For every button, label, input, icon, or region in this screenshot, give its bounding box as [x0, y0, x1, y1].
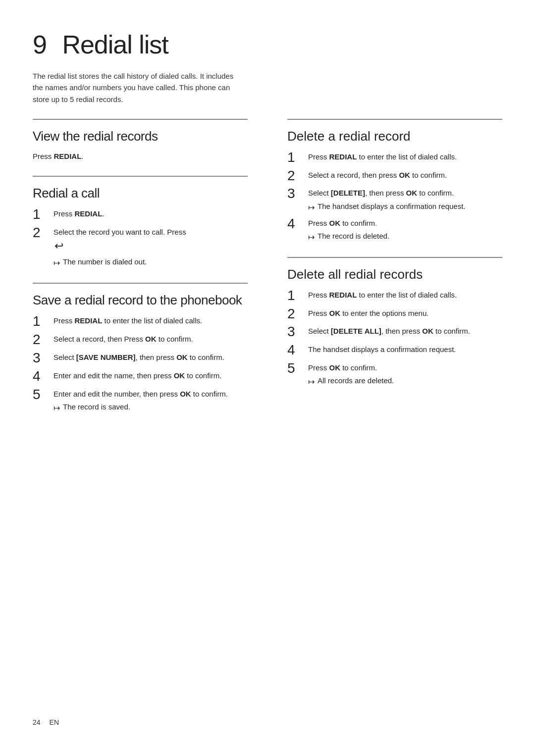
divider-redial-call: [33, 176, 248, 177]
divider-delete-redial: [287, 119, 502, 120]
step-delete-content-2: Select a record, then press OK to confir…: [308, 169, 502, 181]
key-ok-delete-3: OK: [406, 189, 418, 197]
page: 9 Redial list The redial list stores the…: [0, 0, 535, 756]
step-delete-result-4: ↦ The record is deleted.: [308, 231, 502, 243]
step-delete-2: 2 Select a record, then press OK to conf…: [287, 169, 502, 184]
step-content-1: Press REDIAL.: [54, 208, 248, 219]
key-ok-delete-4: OK: [329, 219, 341, 227]
step-save-content-5: Enter and edit the number, then press OK…: [54, 388, 248, 414]
step-save-4: 4 Enter and edit the name, then press OK…: [33, 370, 248, 384]
result-text-delete-all-5: All records are deleted.: [318, 375, 394, 387]
language-label: EN: [50, 718, 59, 726]
divider-save-redial: [33, 283, 248, 284]
step-delete-all-content-3: Select [DELETE ALL], then press OK to co…: [308, 325, 502, 337]
step-delete-all-4: 4 The handset displays a confirmation re…: [287, 344, 502, 358]
step-delete-4: 4 Press OK to confirm. ↦ The record is d…: [287, 217, 502, 243]
key-delete: [DELETE]: [331, 189, 365, 197]
step-save-content-2: Select a record, then Press OK to confir…: [54, 333, 248, 345]
key-ok-delete-all-3: OK: [422, 327, 433, 335]
step-save-content-1: Press REDIAL to enter the list of dialed…: [54, 315, 248, 326]
footer: 24 EN: [33, 704, 502, 726]
page-number: 24: [33, 718, 41, 726]
step-delete-result-3: ↦ The handset displays a confirmation re…: [308, 201, 502, 213]
result-arrow-icon: ↦: [54, 257, 60, 269]
result-arrow-delete-4-icon: ↦: [308, 231, 315, 243]
key-redial-1: REDIAL: [75, 209, 103, 218]
section-title-delete-redial: Delete a redial record: [287, 129, 502, 144]
step-save-num-5: 5: [33, 387, 51, 403]
step-delete-all-num-3: 3: [287, 324, 305, 340]
step-save-num-2: 2: [33, 332, 51, 348]
step-save-2: 2 Select a record, then Press OK to conf…: [33, 333, 248, 348]
section-title-redial-call: Redial a call: [33, 186, 248, 201]
step-delete-all-result-5: ↦ All records are deleted.: [308, 375, 502, 388]
step-delete-all-content-5: Press OK to confirm. ↦ All records are d…: [308, 362, 502, 388]
right-column: Delete a redial record 1 Press REDIAL to…: [268, 119, 502, 704]
key-ok-save-3: OK: [176, 353, 188, 361]
step-delete-all-content-2: Press OK to enter the options menu.: [308, 307, 502, 319]
step-delete-3: 3 Select [DELETE], then press OK to conf…: [287, 187, 502, 213]
step-delete-all-num-5: 5: [287, 361, 305, 376]
step-delete-num-4: 4: [287, 216, 305, 232]
key-redial-save-1: REDIAL: [75, 316, 103, 325]
view-redial-desc: Press REDIAL.: [33, 151, 248, 162]
key-save-number: [SAVE NUMBER]: [76, 353, 136, 361]
key-ok-delete-all-5: OK: [329, 363, 341, 372]
result-arrow-delete-3-icon: ↦: [308, 202, 315, 213]
step-save-content-3: Select [SAVE NUMBER], then press OK to c…: [54, 352, 248, 363]
step-delete-all-content-1: Press REDIAL to enter the list of dialed…: [308, 289, 502, 301]
divider-delete-all-redial: [287, 257, 502, 258]
step-save-num-3: 3: [33, 351, 51, 366]
step-delete-content-1: Press REDIAL to enter the list of dialed…: [308, 151, 502, 162]
step-delete-num-2: 2: [287, 168, 305, 184]
key-redial-delete-1: REDIAL: [329, 152, 357, 161]
step-delete-content-4: Press OK to confirm. ↦ The record is del…: [308, 217, 502, 243]
step-content-2: Select the record you want to call. Pres…: [54, 226, 248, 269]
step-result-2: ↦ The number is dialed out.: [54, 256, 248, 269]
result-text-save-5: The record is saved.: [63, 402, 130, 413]
section-delete-redial: Delete a redial record 1 Press REDIAL to…: [287, 119, 502, 243]
step-num-1: 1: [33, 207, 51, 222]
key-ok-delete-all-2: OK: [329, 309, 341, 317]
key-redial-view: REDIAL: [54, 152, 82, 160]
step-delete-content-3: Select [DELETE], then press OK to confir…: [308, 187, 502, 213]
step-delete-num-3: 3: [287, 186, 305, 202]
step-save-num-1: 1: [33, 314, 51, 329]
step-delete-num-1: 1: [287, 150, 305, 165]
left-column: View the redial records Press REDIAL. Re…: [33, 119, 268, 704]
section-redial-call: Redial a call 1 Press REDIAL. 2 Select t…: [33, 176, 248, 269]
step-delete-all-num-1: 1: [287, 288, 305, 303]
step-save-num-4: 4: [33, 369, 51, 384]
result-arrow-delete-all-5-icon: ↦: [308, 376, 315, 388]
step-num-2: 2: [33, 225, 51, 241]
section-delete-all-redial: Delete all redial records 1 Press REDIAL…: [287, 257, 502, 388]
save-redial-steps: 1 Press REDIAL to enter the list of dial…: [33, 315, 248, 413]
step-save-content-4: Enter and edit the name, then press OK t…: [54, 370, 248, 381]
section-title-view-redial: View the redial records: [33, 129, 248, 144]
key-redial-delete-all-1: REDIAL: [329, 291, 357, 299]
chapter-title-text: Redial list: [62, 30, 168, 59]
result-arrow-save-icon: ↦: [54, 402, 60, 414]
step-redial-call-1: 1 Press REDIAL.: [33, 208, 248, 222]
step-delete-all-content-4: The handset displays a confirmation requ…: [308, 344, 502, 355]
step-delete-all-1: 1 Press REDIAL to enter the list of dial…: [287, 289, 502, 303]
section-view-redial: View the redial records Press REDIAL.: [33, 119, 248, 162]
chapter-intro: The redial list stores the call history …: [33, 70, 241, 105]
section-title-save-redial: Save a redial record to the phonebook: [33, 293, 248, 308]
key-ok-save-4: OK: [174, 371, 185, 380]
content-columns: View the redial records Press REDIAL. Re…: [33, 119, 502, 704]
step-save-result-5: ↦ The record is saved.: [54, 402, 248, 414]
result-text-2: The number is dialed out.: [63, 256, 147, 268]
key-delete-all: [DELETE ALL]: [331, 327, 381, 335]
step-save-3: 3 Select [SAVE NUMBER], then press OK to…: [33, 352, 248, 366]
step-redial-call-2: 2 Select the record you want to call. Pr…: [33, 226, 248, 269]
key-ok-save-2: OK: [145, 335, 157, 343]
step-delete-all-3: 3 Select [DELETE ALL], then press OK to …: [287, 325, 502, 340]
step-save-5: 5 Enter and edit the number, then press …: [33, 388, 248, 414]
divider-view-redial: [33, 119, 248, 120]
result-text-delete-3: The handset displays a confirmation requ…: [318, 201, 466, 212]
step-delete-1: 1 Press REDIAL to enter the list of dial…: [287, 151, 502, 165]
key-ok-delete-2: OK: [399, 171, 410, 179]
call-button-icon: ↩: [54, 238, 63, 254]
delete-all-redial-steps: 1 Press REDIAL to enter the list of dial…: [287, 289, 502, 388]
